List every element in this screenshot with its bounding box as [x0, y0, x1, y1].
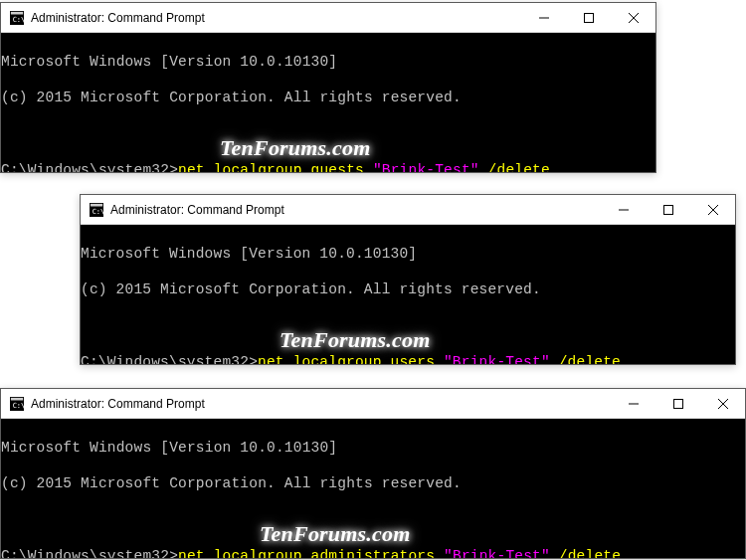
command-suffix: /delete [550, 548, 621, 558]
terminal-output[interactable]: Microsoft Windows [Version 10.0.10130] (… [81, 225, 735, 364]
svg-rect-4 [584, 13, 593, 22]
svg-text:C:\: C:\ [13, 15, 24, 23]
minimize-button[interactable] [611, 389, 655, 418]
window-title: Administrator: Command Prompt [31, 397, 611, 411]
window-controls [601, 195, 735, 224]
svg-rect-8 [91, 203, 102, 206]
command-line: C:\Windows\system32>net localgroup admin… [1, 547, 745, 558]
prompt-text: C:\Windows\system32> [81, 354, 258, 364]
minimize-button[interactable] [521, 3, 566, 32]
minimize-button[interactable] [601, 195, 646, 224]
window-title: Administrator: Command Prompt [31, 11, 521, 25]
command-user: "Brink-Test" [444, 548, 550, 558]
version-line: Microsoft Windows [Version 10.0.10130] [1, 53, 655, 71]
cmd-icon: C:\ [9, 396, 25, 412]
terminal-output[interactable]: Microsoft Windows [Version 10.0.10130] (… [1, 33, 655, 172]
prompt-text: C:\Windows\system32> [1, 548, 178, 558]
command-line: C:\Windows\system32>net localgroup users… [81, 353, 735, 364]
maximize-button[interactable] [655, 389, 700, 418]
window-controls [521, 3, 655, 32]
command-prefix: net localgroup administrators [178, 548, 444, 558]
command-suffix: /delete [479, 162, 550, 172]
titlebar[interactable]: C:\ Administrator: Command Prompt [1, 3, 655, 33]
svg-text:C:\: C:\ [13, 401, 24, 409]
cmd-icon: C:\ [89, 202, 104, 218]
svg-rect-11 [663, 205, 672, 214]
maximize-button[interactable] [646, 195, 690, 224]
copyright-line: (c) 2015 Microsoft Corporation. All righ… [1, 89, 655, 106]
svg-rect-18 [673, 399, 682, 408]
copyright-line: (c) 2015 Microsoft Corporation. All righ… [81, 280, 735, 298]
maximize-button[interactable] [566, 3, 611, 32]
titlebar[interactable]: C:\ Administrator: Command Prompt [81, 195, 735, 225]
terminal-output[interactable]: Microsoft Windows [Version 10.0.10130] (… [1, 419, 745, 558]
command-line: C:\Windows\system32>net localgroup guest… [1, 161, 655, 172]
cmd-window-3: C:\ Administrator: Command Prompt Micros… [0, 388, 746, 559]
command-user: "Brink-Test" [444, 354, 550, 364]
copyright-line: (c) 2015 Microsoft Corporation. All righ… [1, 474, 745, 492]
svg-rect-1 [11, 11, 23, 14]
command-prefix: net localgroup users [258, 354, 444, 364]
svg-text:C:\: C:\ [93, 207, 103, 215]
close-button[interactable] [690, 195, 735, 224]
command-suffix: /delete [550, 354, 621, 364]
cmd-window-1: C:\ Administrator: Command Prompt Micros… [0, 2, 656, 173]
close-button[interactable] [611, 3, 655, 32]
prompt-text: C:\Windows\system32> [1, 162, 178, 172]
titlebar[interactable]: C:\ Administrator: Command Prompt [1, 389, 745, 419]
window-controls [611, 389, 745, 418]
version-line: Microsoft Windows [Version 10.0.10130] [81, 245, 735, 263]
close-button[interactable] [700, 389, 745, 418]
svg-rect-15 [11, 397, 23, 400]
command-user: "Brink-Test" [373, 162, 479, 172]
window-title: Administrator: Command Prompt [110, 203, 601, 217]
cmd-window-2: C:\ Administrator: Command Prompt Micros… [80, 194, 736, 365]
version-line: Microsoft Windows [Version 10.0.10130] [1, 439, 745, 457]
command-prefix: net localgroup guests [178, 162, 373, 172]
cmd-icon: C:\ [9, 10, 25, 26]
